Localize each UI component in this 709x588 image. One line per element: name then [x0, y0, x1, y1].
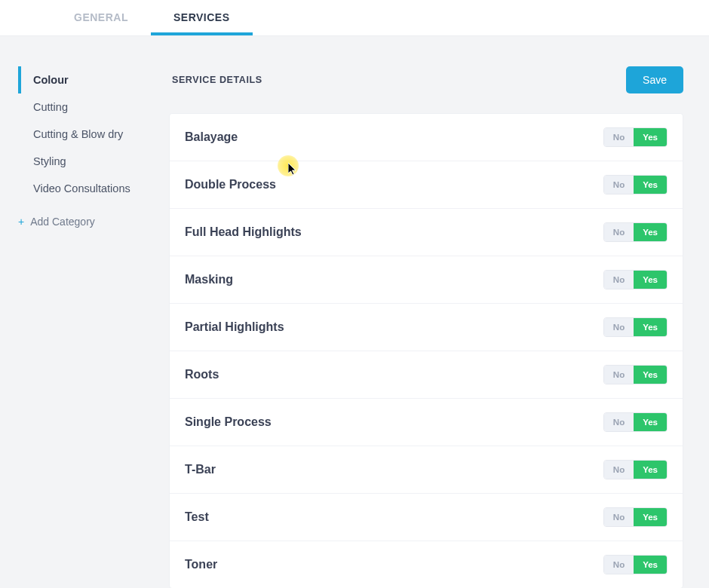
sidebar-item-styling[interactable]: Styling — [18, 148, 169, 175]
toggle-no[interactable]: No — [604, 223, 634, 241]
add-category-label: Add Category — [30, 216, 95, 228]
service-row[interactable]: TonerNoYes — [170, 541, 683, 588]
content-area: Colour Cutting Cutting & Blow dry Stylin… — [0, 36, 709, 588]
tab-general[interactable]: GENERAL — [51, 1, 151, 35]
service-name: Full Head Highlights — [185, 225, 302, 239]
sidebar-item-cutting-blow-dry[interactable]: Cutting & Blow dry — [18, 121, 169, 148]
toggle-group: NoYes — [603, 507, 668, 527]
toggle-group: NoYes — [603, 555, 668, 574]
service-name: Single Process — [185, 415, 272, 429]
toggle-group: NoYes — [603, 460, 668, 479]
top-tabs: GENERAL SERVICES — [0, 0, 709, 36]
toggle-group: NoYes — [603, 412, 668, 432]
category-sidebar: Colour Cutting Cutting & Blow dry Stylin… — [18, 66, 169, 588]
category-list: Colour Cutting Cutting & Blow dry Stylin… — [18, 66, 169, 202]
toggle-no[interactable]: No — [604, 366, 634, 384]
toggle-group: NoYes — [603, 365, 668, 384]
service-name: Test — [185, 510, 209, 524]
save-button[interactable]: Save — [626, 66, 683, 93]
toggle-group: NoYes — [603, 317, 668, 337]
toggle-yes[interactable]: Yes — [634, 128, 667, 146]
section-title: SERVICE DETAILS — [172, 75, 262, 85]
service-row[interactable]: MaskingNoYes — [170, 256, 683, 304]
toggle-yes[interactable]: Yes — [634, 556, 667, 574]
service-row[interactable]: T-BarNoYes — [170, 446, 683, 494]
service-name: T-Bar — [185, 463, 216, 476]
service-row[interactable]: TestNoYes — [170, 494, 683, 541]
toggle-no[interactable]: No — [604, 176, 634, 194]
sidebar-item-video-consultations[interactable]: Video Consultations — [18, 175, 169, 202]
service-name: Masking — [185, 273, 233, 286]
toggle-yes[interactable]: Yes — [634, 366, 667, 384]
toggle-no[interactable]: No — [604, 508, 634, 526]
toggle-yes[interactable]: Yes — [634, 461, 667, 479]
sidebar-item-cutting[interactable]: Cutting — [18, 93, 169, 121]
toggle-yes[interactable]: Yes — [634, 413, 667, 431]
service-name: Double Process — [185, 178, 276, 191]
toggle-group: NoYes — [603, 175, 668, 194]
service-row[interactable]: Full Head HighlightsNoYes — [170, 209, 683, 256]
service-row[interactable]: Partial HighlightsNoYes — [170, 304, 683, 351]
main-panel: SERVICE DETAILS Save BalayageNoYesDouble… — [169, 66, 683, 588]
toggle-group: NoYes — [603, 222, 668, 242]
add-category-button[interactable]: + Add Category — [18, 208, 169, 235]
toggle-no[interactable]: No — [604, 128, 634, 146]
service-name: Balayage — [185, 130, 238, 144]
service-name: Partial Highlights — [185, 320, 284, 334]
sidebar-item-colour[interactable]: Colour — [18, 66, 169, 93]
service-name: Toner — [185, 558, 217, 571]
toggle-yes[interactable]: Yes — [634, 318, 667, 336]
toggle-no[interactable]: No — [604, 271, 634, 289]
service-row[interactable]: BalayageNoYes — [170, 114, 683, 161]
tab-services[interactable]: SERVICES — [151, 1, 253, 35]
service-row[interactable]: Double ProcessNoYes — [170, 161, 683, 209]
toggle-yes[interactable]: Yes — [634, 271, 667, 289]
main-header: SERVICE DETAILS Save — [169, 66, 683, 93]
toggle-yes[interactable]: Yes — [634, 176, 667, 194]
toggle-no[interactable]: No — [604, 413, 634, 431]
plus-icon: + — [18, 216, 24, 228]
toggle-yes[interactable]: Yes — [634, 508, 667, 526]
toggle-yes[interactable]: Yes — [634, 223, 667, 241]
toggle-no[interactable]: No — [604, 318, 634, 336]
toggle-no[interactable]: No — [604, 556, 634, 574]
service-row[interactable]: RootsNoYes — [170, 351, 683, 399]
service-name: Roots — [185, 368, 219, 381]
toggle-no[interactable]: No — [604, 461, 634, 479]
toggle-group: NoYes — [603, 127, 668, 147]
toggle-group: NoYes — [603, 270, 668, 289]
services-panel: BalayageNoYesDouble ProcessNoYesFull Hea… — [169, 113, 683, 588]
service-row[interactable]: Single ProcessNoYes — [170, 399, 683, 446]
